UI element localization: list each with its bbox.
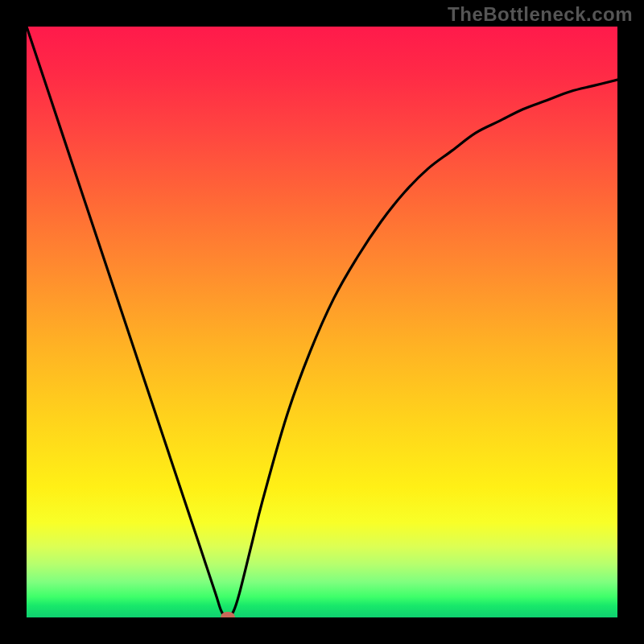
plot-area	[27, 27, 617, 617]
chart-frame: TheBottleneck.com	[0, 0, 644, 644]
watermark-text: TheBottleneck.com	[448, 3, 633, 26]
optimal-point-marker	[221, 612, 235, 617]
bottleneck-curve	[27, 27, 617, 617]
